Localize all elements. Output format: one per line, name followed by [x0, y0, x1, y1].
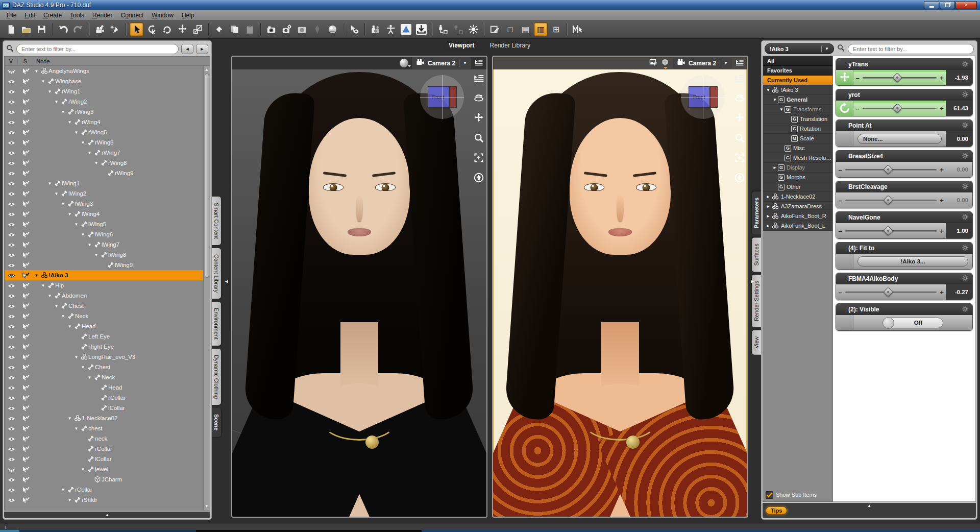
selectable-toggle[interactable] — [18, 446, 33, 452]
draw-style-icon[interactable] — [400, 59, 408, 67]
visibility-toggle-on[interactable] — [5, 129, 18, 136]
selectable-toggle[interactable] — [18, 456, 33, 463]
selectable-toggle[interactable] — [18, 241, 33, 248]
expander-icon[interactable]: ▼ — [765, 88, 771, 92]
orbit-tool-icon[interactable] — [734, 93, 745, 105]
tree-row[interactable]: ▼Chest — [5, 301, 203, 311]
tree-row[interactable]: ▼rWing5 — [5, 127, 203, 137]
params-group-row[interactable]: ▼GGeneral — [763, 95, 832, 105]
tab-scene[interactable]: Scene — [212, 408, 221, 437]
zoom-tool-icon[interactable] — [474, 133, 484, 145]
scroll-up-icon[interactable]: ▲ — [205, 66, 209, 74]
expander-icon[interactable]: ▼ — [46, 89, 53, 94]
params-group-row[interactable]: ▼GTransforms — [763, 105, 832, 114]
param-button[interactable]: !Aiko 3... — [857, 256, 968, 267]
create-point-light-icon[interactable] — [467, 22, 480, 36]
expander-icon[interactable]: ▼ — [778, 107, 785, 112]
slider-thumb[interactable] — [883, 226, 893, 236]
visibility-toggle-on[interactable] — [5, 88, 18, 95]
gear-icon[interactable] — [962, 305, 969, 314]
spot-render-icon[interactable] — [310, 22, 324, 36]
tree-row[interactable]: JCharm — [5, 474, 203, 485]
viewport-left[interactable]: Camera 2 ▼ Front — [231, 56, 487, 518]
expander-icon[interactable]: ▼ — [66, 120, 73, 125]
tree-row[interactable]: lCollar — [5, 403, 203, 413]
visibility-toggle-on[interactable] — [5, 139, 18, 146]
selectable-toggle[interactable] — [18, 201, 33, 207]
params-filter-currently-used[interactable]: Currently Used — [763, 76, 832, 85]
filter-back-button[interactable]: ◄ — [181, 44, 193, 54]
close-button[interactable]: × — [955, 1, 977, 9]
params-group-row[interactable]: GMisc — [763, 143, 832, 153]
view-cube[interactable]: Front — [420, 75, 464, 119]
tab-viewport[interactable]: Viewport — [442, 40, 481, 51]
params-filter-all[interactable]: All — [763, 56, 832, 66]
camera-selector[interactable]: Camera 2 ▼ — [412, 57, 471, 69]
params-group-row[interactable]: GScale — [763, 134, 832, 143]
visibility-toggle-on[interactable] — [5, 78, 18, 85]
pan-tool-icon[interactable] — [474, 113, 484, 125]
layout-columns-icon[interactable]: ▥ — [534, 22, 548, 36]
tree-row[interactable]: ▼Neck — [5, 372, 203, 382]
checkbox-checked-icon[interactable] — [766, 491, 773, 499]
tree-row[interactable]: ▼!Aiko 3 — [5, 270, 203, 280]
tab-environment[interactable]: Environment — [212, 302, 221, 346]
selectable-toggle[interactable] — [18, 323, 33, 330]
active-pose-tool-icon[interactable] — [160, 22, 174, 36]
expander-icon[interactable]: ▼ — [73, 426, 80, 431]
selectable-toggle[interactable] — [18, 415, 33, 422]
splitter-collapse-right-icon[interactable]: ► — [750, 279, 755, 284]
translate-tool-icon[interactable] — [176, 22, 189, 36]
tree-row[interactable]: ▼Abdomen — [5, 291, 203, 301]
viewport-right-canvas[interactable] — [493, 57, 747, 517]
visibility-toggle-on[interactable] — [5, 190, 18, 197]
visibility-toggle-off[interactable] — [5, 68, 18, 75]
tree-row[interactable]: ▼lWing6 — [5, 229, 203, 239]
visibility-toggle-on[interactable] — [5, 384, 18, 391]
gear-icon[interactable] — [962, 91, 969, 100]
slider-increment[interactable]: + — [938, 197, 946, 204]
layout-grid-icon[interactable]: ⊞ — [549, 22, 563, 36]
tree-row[interactable]: ▼1-Necklace02 — [5, 413, 203, 423]
expander-icon[interactable]: ▼ — [772, 98, 778, 102]
tree-row[interactable]: Right Eye — [5, 342, 203, 352]
zoom-tool-icon[interactable] — [734, 133, 745, 145]
expander-icon[interactable]: ▼ — [33, 273, 40, 278]
visibility-toggle-on[interactable] — [5, 272, 18, 279]
viewport-right[interactable]: Camera 2 ▼ Front — [492, 56, 748, 518]
visibility-toggle-on[interactable] — [5, 425, 18, 432]
expander-icon[interactable]: ▼ — [80, 232, 86, 237]
expander-icon[interactable]: ▼ — [73, 355, 80, 359]
viewport-left-canvas[interactable] — [232, 57, 486, 517]
params-group-row[interactable]: GOther — [763, 182, 832, 192]
visibility-toggle-on[interactable] — [5, 282, 18, 289]
tree-row[interactable]: rCollar — [5, 444, 203, 454]
selectable-toggle[interactable] — [18, 333, 33, 340]
selectable-toggle[interactable] — [18, 293, 33, 299]
tree-row[interactable]: ▼lWing2 — [5, 188, 203, 199]
render-album-icon[interactable] — [295, 22, 309, 36]
slider-decrement[interactable]: – — [836, 197, 844, 204]
view-cube[interactable]: Front — [681, 75, 725, 119]
pane-menu-icon[interactable] — [736, 41, 745, 50]
visible-toggle[interactable]: Off — [883, 318, 943, 328]
slider-increment[interactable]: + — [938, 166, 946, 174]
visibility-toggle-on[interactable] — [5, 241, 18, 248]
figure-icon[interactable] — [384, 22, 398, 36]
menu-file[interactable]: File — [3, 11, 20, 19]
tree-row[interactable]: ▼rWing4 — [5, 117, 203, 127]
expander-icon[interactable]: ▼ — [60, 110, 66, 114]
visibility-toggle-on[interactable] — [5, 231, 18, 238]
menu-render[interactable]: Render — [89, 11, 116, 19]
expander-icon[interactable]: ► — [772, 165, 778, 170]
expander-icon[interactable]: ▼ — [53, 100, 60, 104]
selectable-toggle[interactable] — [18, 78, 33, 85]
tab-content-library[interactable]: Content Library — [212, 248, 221, 299]
slider-thumb[interactable] — [883, 287, 893, 297]
menu-create[interactable]: Create — [40, 11, 65, 19]
copy-icon[interactable] — [228, 22, 241, 36]
expander-icon[interactable]: ▼ — [66, 324, 73, 329]
selectable-toggle[interactable] — [18, 436, 33, 442]
tree-row[interactable]: rCollar — [5, 393, 203, 403]
selectable-toggle[interactable] — [18, 88, 33, 95]
